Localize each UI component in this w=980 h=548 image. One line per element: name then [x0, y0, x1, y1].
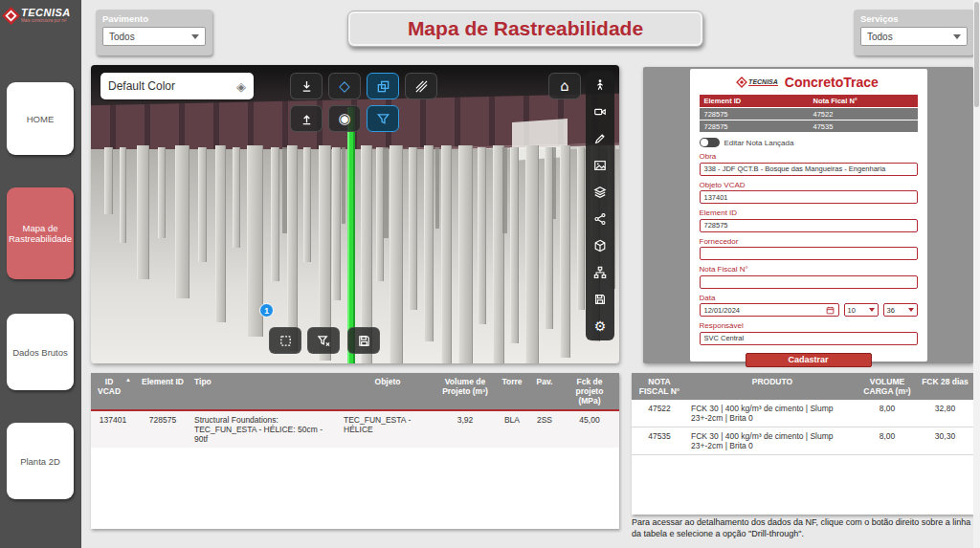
tecnisa-diamond-icon	[2, 7, 19, 24]
model-cube-button[interactable]	[588, 233, 612, 258]
table-row[interactable]: 47522 FCK 30 | 400 kg/m³ de cimento | Sl…	[632, 400, 973, 427]
column-header[interactable]: Fck de projeto (MPa)	[560, 373, 619, 409]
diamond-icon: ◇	[339, 79, 350, 94]
nota-fiscal-label: Nota Fiscal N°	[700, 265, 918, 274]
share-button[interactable]	[588, 207, 612, 231]
page-title: Mapa de Rastreabilidade	[347, 11, 703, 47]
chevron-down-icon	[191, 34, 199, 39]
download-icon	[300, 79, 314, 94]
copy-region-icon	[376, 79, 390, 94]
download-view-button[interactable]	[290, 73, 323, 99]
column-header: Element ID	[700, 95, 809, 107]
selected-pile-highlight[interactable]	[347, 107, 355, 363]
hour-select[interactable]: 10	[844, 303, 879, 317]
first-person-button[interactable]	[588, 73, 612, 98]
pavimento-dropdown[interactable]: Todos	[102, 27, 206, 46]
select-square-icon	[278, 334, 293, 348]
sort-asc-icon: ▲	[125, 377, 131, 383]
calendar-icon	[826, 306, 835, 315]
tecnisa-logo: TECNISA Mais construtora por m²	[0, 4, 81, 28]
region-select-button[interactable]	[367, 73, 399, 99]
concreto-trace-card: TECNISA ConcretoTrace Element ID Nota Fi…	[690, 69, 927, 362]
upload-view-button[interactable]	[290, 105, 323, 132]
fornecedor-field[interactable]	[700, 247, 918, 260]
model-tree-button[interactable]	[588, 260, 612, 285]
column-header[interactable]: Objeto	[340, 373, 435, 409]
column-header[interactable]: VOLUME CARGA (m³)	[858, 373, 917, 400]
color-mode-dropdown[interactable]: Default Color ◈	[100, 73, 254, 99]
isolate-button[interactable]: ◇	[328, 73, 361, 99]
servicos-dropdown[interactable]: Todos	[860, 27, 968, 46]
table-row[interactable]: 728575 47522	[700, 107, 918, 120]
section-levels-button[interactable]	[588, 180, 612, 205]
column-header: Nota Fical N°	[809, 95, 918, 107]
column-header[interactable]: Pav.	[529, 373, 560, 409]
column-header[interactable]: Element ID	[135, 373, 190, 409]
save-selection-button[interactable]	[347, 327, 380, 354]
filter-mode-button[interactable]	[367, 105, 399, 132]
upload-icon	[300, 112, 314, 126]
data-label: Data	[700, 294, 918, 302]
sidebar-item-mapa-rastreabilidade[interactable]: Mapa de Rastreabilidade	[7, 187, 74, 279]
3d-viewer[interactable]: Default Color ◈ ◇ ⌂ ◉	[91, 65, 619, 363]
sidebar-item-dados-brutos[interactable]: Dados Brutos	[7, 314, 74, 390]
target-icon: ◉	[338, 112, 350, 126]
sidebar-item-label: Planta 2D	[20, 456, 60, 467]
column-header[interactable]: Volume de Projeto (m³)	[435, 373, 495, 409]
table-row[interactable]: 728575 47535	[700, 120, 918, 132]
settings-button[interactable]: ⚙	[588, 314, 612, 339]
page-scrollbar[interactable]	[973, 0, 980, 548]
editar-nota-toggle[interactable]	[700, 138, 720, 147]
notas-fiscais-table: NOTA FISCAL N° PRODUTO VOLUME CARGA (m³)…	[632, 373, 973, 515]
toggle-knob	[701, 139, 708, 146]
sidebar-item-label: HOME	[27, 114, 55, 124]
column-header[interactable]: ID VCAD▲	[91, 373, 135, 409]
pencil-icon	[593, 132, 607, 145]
nf-mini-table: Element ID Nota Fical N° 728575 47522 72…	[700, 95, 918, 132]
column-header[interactable]: PRODUTO	[687, 373, 858, 400]
drill-through-hint: Para acessar ao detalhamento dos dados d…	[632, 517, 973, 539]
camera-icon	[593, 105, 607, 119]
marquee-select-button[interactable]	[269, 327, 301, 354]
obra-field[interactable]: 338 - JDF QCT.B - Bosque das Mangueiras …	[700, 163, 918, 176]
column-header[interactable]: NOTA FISCAL N°	[632, 373, 687, 400]
nota-fiscal-field[interactable]	[700, 275, 918, 289]
table-row[interactable]: 137401 728575 Structural Foundations: TE…	[91, 409, 619, 448]
pavimento-label: Pavimento	[102, 13, 206, 24]
concreto-trace-panel: TECNISA ConcretoTrace Element ID Nota Fi…	[643, 67, 973, 363]
home-view-button[interactable]: ⌂	[548, 73, 581, 99]
sidebar-item-planta-2d[interactable]: Planta 2D	[7, 423, 74, 499]
funnel-icon	[376, 112, 390, 126]
responsavel-field[interactable]: SVC Central	[700, 332, 918, 345]
element-id-field[interactable]: 728575	[700, 219, 918, 232]
save-view-button[interactable]	[588, 287, 612, 312]
objeto-vcad-field[interactable]: 137401	[700, 190, 918, 204]
brand-tagline: Mais construtora por m²	[21, 19, 71, 24]
viewer-toolbar: ⚙	[586, 71, 614, 340]
sidebar-item-label: Mapa de Rastreabilidade	[9, 223, 72, 244]
hatch-mode-button[interactable]	[405, 73, 437, 99]
brand-name: TECNISA	[21, 8, 71, 18]
screenshot-button[interactable]	[588, 153, 612, 178]
scrollbar-thumb[interactable]	[974, 2, 979, 107]
clear-filter-button[interactable]	[307, 327, 340, 354]
servicos-slicer: Serviços Todos	[854, 10, 974, 55]
cadastrar-button[interactable]: Cadastrar	[746, 353, 872, 367]
date-field[interactable]: 12/01/2024	[700, 303, 839, 317]
sidebar: TECNISA Mais construtora por m² HOME Map…	[0, 0, 81, 548]
column-header[interactable]: FCK 28 dias	[917, 373, 973, 400]
form-title: ConcretoTrace	[785, 75, 879, 90]
home-icon: ⌂	[560, 79, 569, 94]
markup-button[interactable]	[588, 126, 612, 151]
chevron-down-icon	[953, 34, 961, 39]
column-header[interactable]: Torre	[495, 373, 529, 409]
image-icon	[593, 159, 607, 172]
chevron-down-icon	[869, 308, 875, 312]
camera-views-button[interactable]	[588, 99, 612, 124]
column-header[interactable]: Tipo	[190, 373, 340, 409]
brand-name: TECNISA	[748, 78, 778, 86]
table-row[interactable]: 47535 FCK 30 | 400 kg/m³ de cimento | Sl…	[632, 427, 973, 455]
focus-target-button[interactable]: ◉	[328, 105, 361, 132]
minute-select[interactable]: 36	[883, 303, 918, 317]
sidebar-item-home[interactable]: HOME	[7, 82, 74, 155]
